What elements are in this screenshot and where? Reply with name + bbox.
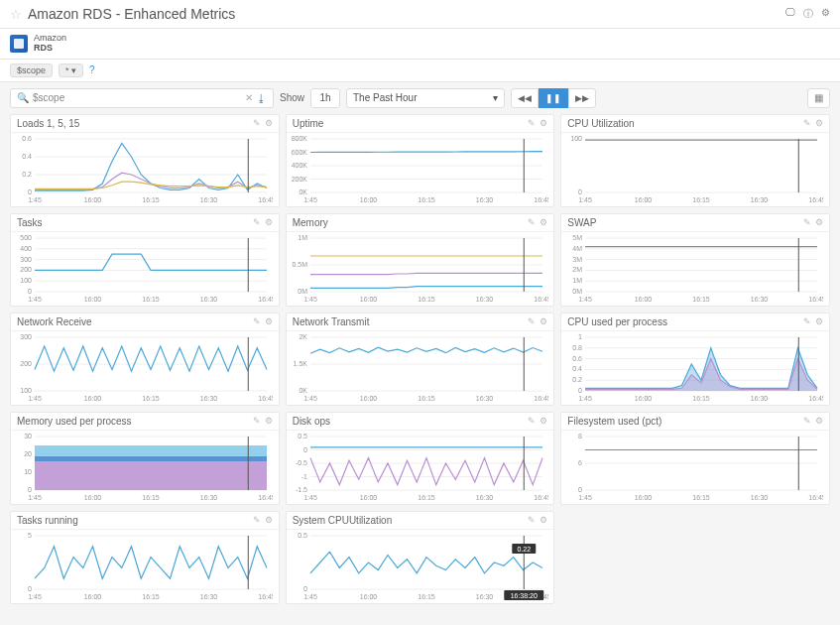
- edit-chart-icon[interactable]: ✎: [253, 316, 261, 326]
- chart-plot[interactable]: 00.51:4516:0016:1516:3016:450.2216:38:20: [289, 532, 548, 601]
- svg-text:0K: 0K: [299, 387, 307, 394]
- svg-text:0.5: 0.5: [298, 433, 307, 439]
- chart-card: Uptime✎⚙0K200K400K600K800K1:4516:0016:15…: [286, 114, 555, 207]
- svg-text:16:30: 16:30: [475, 196, 493, 203]
- svg-text:1:45: 1:45: [28, 395, 42, 402]
- svg-text:1:45: 1:45: [579, 196, 593, 203]
- save-search-icon[interactable]: ⭳: [256, 92, 267, 104]
- svg-text:5M: 5M: [573, 234, 583, 241]
- svg-text:16:45: 16:45: [809, 296, 824, 303]
- search-box[interactable]: 🔍 ✕ ⭳: [10, 88, 274, 108]
- chart-settings-icon[interactable]: ⚙: [265, 118, 273, 128]
- edit-chart-icon[interactable]: ✎: [253, 416, 261, 426]
- svg-text:16:30: 16:30: [475, 593, 493, 600]
- chart-settings-icon[interactable]: ⚙: [815, 316, 823, 326]
- svg-text:200: 200: [20, 360, 32, 367]
- chart-title: CPU used per process: [567, 316, 667, 327]
- svg-text:16:15: 16:15: [142, 593, 160, 600]
- favorite-star-icon[interactable]: ☆: [10, 7, 22, 22]
- chart-settings-icon[interactable]: ⚙: [540, 118, 547, 128]
- edit-chart-icon[interactable]: ✎: [803, 316, 811, 326]
- search-input[interactable]: [33, 92, 243, 103]
- chart-plot[interactable]: 0K200K400K600K800K1:4516:0016:1516:3016:…: [289, 135, 548, 204]
- svg-text:200K: 200K: [291, 175, 307, 182]
- time-back-button[interactable]: ◀◀: [511, 88, 539, 108]
- chart-settings-icon[interactable]: ⚙: [540, 515, 547, 525]
- settings-gear-icon[interactable]: ⚙: [821, 7, 830, 21]
- edit-chart-icon[interactable]: ✎: [253, 515, 261, 525]
- chart-settings-icon[interactable]: ⚙: [265, 217, 273, 227]
- svg-text:16:15: 16:15: [693, 494, 711, 501]
- edit-chart-icon[interactable]: ✎: [528, 416, 536, 426]
- chart-settings-icon[interactable]: ⚙: [540, 416, 547, 426]
- chart-settings-icon[interactable]: ⚙: [815, 217, 823, 227]
- time-forward-button[interactable]: ▶▶: [568, 88, 596, 108]
- chart-plot[interactable]: 00.20.40.61:4516:0016:1516:3016:45: [13, 135, 273, 204]
- svg-text:2M: 2M: [573, 266, 583, 273]
- tv-mode-icon[interactable]: 🖵: [785, 7, 795, 21]
- chart-plot[interactable]: 01001:4516:0016:1516:3016:45: [563, 135, 823, 204]
- svg-text:16:30: 16:30: [200, 395, 218, 402]
- svg-text:1:45: 1:45: [579, 494, 593, 501]
- chart-settings-icon[interactable]: ⚙: [815, 416, 823, 426]
- chart-plot[interactable]: 0681:4516:0016:1516:3016:45: [563, 433, 823, 502]
- svg-text:16:00: 16:00: [84, 494, 102, 501]
- edit-chart-icon[interactable]: ✎: [528, 118, 536, 128]
- layout-toggle-icon[interactable]: ▦: [807, 88, 830, 108]
- chart-title: Memory: [293, 217, 328, 228]
- chart-plot[interactable]: 00.20.40.60.811:4516:0016:1516:3016:45: [563, 333, 823, 403]
- svg-text:16:30: 16:30: [475, 296, 493, 303]
- help-icon[interactable]: ?: [89, 64, 95, 75]
- chart-plot[interactable]: 01020301:4516:0016:1516:3016:45: [13, 433, 273, 502]
- svg-text:1:45: 1:45: [28, 196, 42, 203]
- svg-text:0.6: 0.6: [573, 354, 583, 361]
- time-pause-button[interactable]: ❚❚: [539, 88, 568, 108]
- chart-settings-icon[interactable]: ⚙: [540, 217, 547, 227]
- edit-chart-icon[interactable]: ✎: [253, 118, 261, 128]
- svg-text:1:45: 1:45: [303, 196, 317, 203]
- chart-plot[interactable]: 051:4516:0016:1516:3016:45: [13, 532, 273, 601]
- info-icon[interactable]: ⓘ: [803, 7, 813, 21]
- chart-plot[interactable]: -1.5-1-0.500.51:4516:0016:1516:3016:45: [289, 433, 548, 502]
- svg-text:16:30: 16:30: [751, 395, 769, 402]
- svg-text:0M: 0M: [298, 288, 307, 295]
- svg-text:16:15: 16:15: [693, 296, 711, 303]
- page-title: Amazon RDS - Enhanced Metrics: [28, 6, 235, 22]
- chart-plot[interactable]: 0M1M2M3M4M5M1:4516:0016:1516:3016:45: [563, 234, 823, 304]
- range-long-select[interactable]: The Past Hour▾: [346, 88, 505, 108]
- scope-dropdown[interactable]: * ▾: [59, 63, 83, 77]
- svg-text:16:00: 16:00: [359, 196, 377, 203]
- chart-settings-icon[interactable]: ⚙: [265, 416, 273, 426]
- svg-text:16:38:20: 16:38:20: [510, 592, 537, 599]
- edit-chart-icon[interactable]: ✎: [253, 217, 261, 227]
- svg-text:400K: 400K: [291, 162, 307, 169]
- clear-search-icon[interactable]: ✕: [245, 92, 253, 103]
- chart-title: Disk ops: [293, 416, 330, 427]
- chart-plot[interactable]: 0M0.5M1M1:4516:0016:1516:3016:45: [289, 234, 548, 304]
- chart-settings-icon[interactable]: ⚙: [815, 118, 823, 128]
- edit-chart-icon[interactable]: ✎: [528, 217, 536, 227]
- chart-settings-icon[interactable]: ⚙: [265, 316, 273, 326]
- edit-chart-icon[interactable]: ✎: [803, 416, 811, 426]
- chart-settings-icon[interactable]: ⚙: [540, 316, 547, 326]
- svg-text:100: 100: [571, 135, 583, 142]
- svg-text:16:30: 16:30: [200, 196, 218, 203]
- edit-chart-icon[interactable]: ✎: [528, 316, 536, 326]
- svg-text:0.8: 0.8: [573, 344, 583, 351]
- svg-text:16:15: 16:15: [142, 296, 160, 303]
- chart-plot[interactable]: 0K1.5K2K1:4516:0016:1516:3016:45: [289, 333, 548, 403]
- chart-title: Tasks running: [17, 515, 78, 526]
- chart-title: Filesystem used (pct): [567, 416, 661, 427]
- edit-chart-icon[interactable]: ✎: [803, 118, 811, 128]
- edit-chart-icon[interactable]: ✎: [803, 217, 811, 227]
- svg-text:-0.5: -0.5: [296, 459, 307, 466]
- chart-plot[interactable]: 1002003001:4516:0016:1516:3016:45: [13, 333, 273, 403]
- range-short-select[interactable]: 1h: [310, 88, 340, 108]
- chart-plot[interactable]: 01002003004005001:4516:0016:1516:3016:45: [13, 234, 273, 304]
- edit-chart-icon[interactable]: ✎: [528, 515, 536, 525]
- svg-text:16:30: 16:30: [200, 593, 218, 600]
- svg-text:16:45: 16:45: [258, 494, 273, 501]
- svg-text:16:15: 16:15: [418, 196, 435, 203]
- chart-settings-icon[interactable]: ⚙: [265, 515, 273, 525]
- scope-pill[interactable]: $scope: [10, 63, 53, 77]
